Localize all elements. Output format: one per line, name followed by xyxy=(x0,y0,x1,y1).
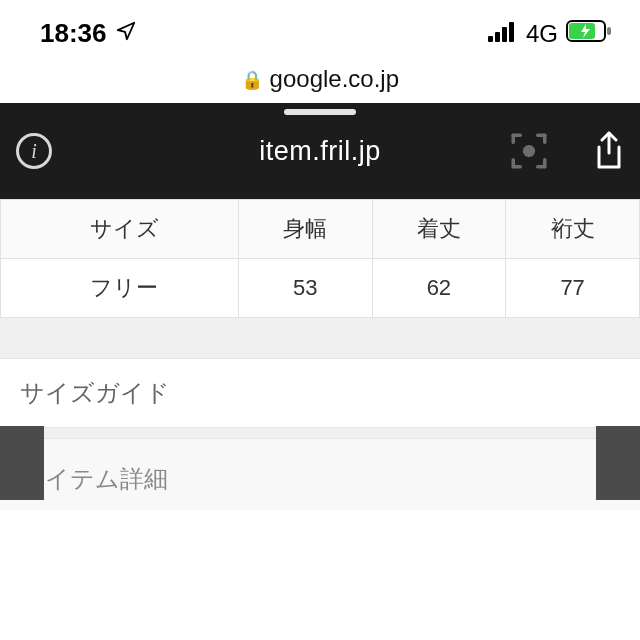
size-table: サイズ 身幅 着丈 裄丈 フリー 53 62 77 xyxy=(0,199,640,318)
status-left: 18:36 xyxy=(40,18,137,49)
table-header-row: サイズ 身幅 着丈 裄丈 xyxy=(1,200,640,259)
cellular-signal-icon xyxy=(488,18,518,49)
table-row: フリー 53 62 77 xyxy=(1,259,640,318)
ios-status-bar: 18:36 4G xyxy=(0,0,640,57)
svg-rect-10 xyxy=(543,134,547,145)
svg-rect-5 xyxy=(607,27,611,35)
prev-image-button[interactable] xyxy=(0,426,44,500)
svg-rect-8 xyxy=(512,134,516,145)
safari-host: google.co.jp xyxy=(270,65,399,92)
bottom-whiteout xyxy=(0,510,640,640)
svg-rect-12 xyxy=(512,158,516,169)
lens-search-icon[interactable] xyxy=(508,130,550,172)
table-cell: 53 xyxy=(238,259,372,318)
status-time: 18:36 xyxy=(40,18,107,49)
table-cell: 62 xyxy=(372,259,506,318)
drag-handle-icon[interactable] xyxy=(284,109,356,115)
battery-charging-icon xyxy=(566,18,612,49)
table-header: サイズ xyxy=(1,200,239,259)
info-icon[interactable]: i xyxy=(16,133,52,169)
safari-address-bar[interactable]: 🔒 google.co.jp xyxy=(0,57,640,103)
item-detail-heading: アイテム詳細 xyxy=(0,438,640,520)
next-image-button[interactable] xyxy=(596,426,640,500)
svg-rect-2 xyxy=(502,27,507,42)
page-content: サイズ 身幅 着丈 裄丈 フリー 53 62 77 サイズガイド アイテム詳細 xyxy=(0,199,640,520)
table-cell: 77 xyxy=(506,259,640,318)
svg-rect-3 xyxy=(509,22,514,42)
table-header: 裄丈 xyxy=(506,200,640,259)
table-header: 身幅 xyxy=(238,200,372,259)
size-guide-link[interactable]: サイズガイド xyxy=(0,358,640,428)
embedded-toolbar: i item.fril.jp xyxy=(0,103,640,199)
network-label: 4G xyxy=(526,20,558,48)
table-header: 着丈 xyxy=(372,200,506,259)
share-icon[interactable] xyxy=(594,131,624,171)
lock-icon: 🔒 xyxy=(241,70,263,90)
svg-point-15 xyxy=(523,145,535,157)
svg-rect-14 xyxy=(543,158,547,169)
location-arrow-icon xyxy=(115,18,137,49)
svg-rect-0 xyxy=(488,36,493,42)
svg-rect-1 xyxy=(495,32,500,42)
table-cell: フリー xyxy=(1,259,239,318)
status-right: 4G xyxy=(488,18,612,49)
